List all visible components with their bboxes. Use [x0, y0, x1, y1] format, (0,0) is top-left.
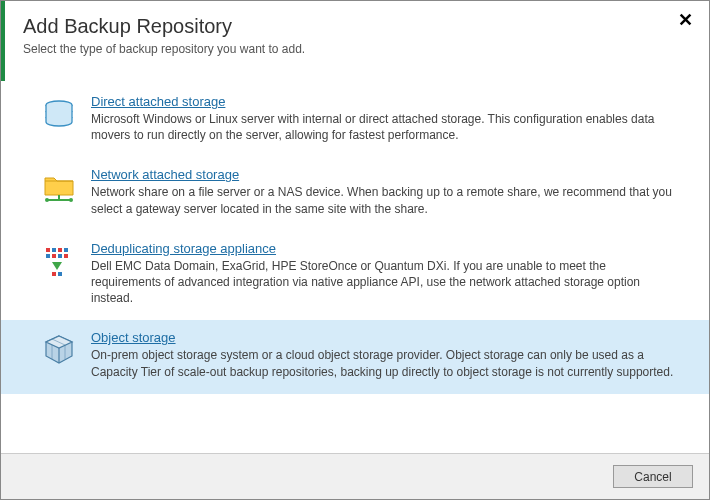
- option-dedup-appliance[interactable]: Deduplicating storage appliance Dell EMC…: [1, 231, 709, 321]
- dialog-subtitle: Select the type of backup repository you…: [23, 42, 689, 56]
- svg-rect-13: [52, 272, 56, 276]
- svg-rect-14: [58, 272, 62, 276]
- option-title: Direct attached storage: [91, 94, 679, 109]
- svg-rect-8: [64, 248, 68, 252]
- dedup-icon: [41, 243, 77, 279]
- svg-rect-7: [58, 248, 62, 252]
- option-title: Object storage: [91, 330, 679, 345]
- cube-storage-icon: [41, 332, 77, 368]
- disk-stack-icon: [41, 96, 77, 132]
- option-title: Deduplicating storage appliance: [91, 241, 679, 256]
- svg-point-4: [69, 198, 73, 202]
- option-object-storage[interactable]: Object storage On-prem object storage sy…: [1, 320, 709, 393]
- close-icon[interactable]: ✕: [674, 9, 697, 31]
- option-title: Network attached storage: [91, 167, 679, 182]
- svg-rect-9: [46, 254, 50, 258]
- svg-rect-12: [64, 254, 68, 258]
- dialog-title: Add Backup Repository: [23, 15, 689, 38]
- option-description: Dell EMC Data Domain, ExaGrid, HPE Store…: [91, 258, 679, 307]
- option-description: Microsoft Windows or Linux server with i…: [91, 111, 679, 143]
- svg-rect-11: [58, 254, 62, 258]
- dialog-footer: Cancel: [1, 453, 709, 499]
- svg-rect-5: [46, 248, 50, 252]
- svg-rect-6: [52, 248, 56, 252]
- options-list: Direct attached storage Microsoft Window…: [1, 66, 709, 394]
- svg-rect-10: [52, 254, 56, 258]
- svg-point-3: [45, 198, 49, 202]
- cancel-button[interactable]: Cancel: [613, 465, 693, 488]
- dialog-header: ✕ Add Backup Repository Select the type …: [1, 1, 709, 66]
- option-direct-attached[interactable]: Direct attached storage Microsoft Window…: [1, 84, 709, 157]
- option-description: Network share on a file server or a NAS …: [91, 184, 679, 216]
- option-description: On-prem object storage system or a cloud…: [91, 347, 679, 379]
- folder-network-icon: [41, 169, 77, 205]
- option-network-attached[interactable]: Network attached storage Network share o…: [1, 157, 709, 230]
